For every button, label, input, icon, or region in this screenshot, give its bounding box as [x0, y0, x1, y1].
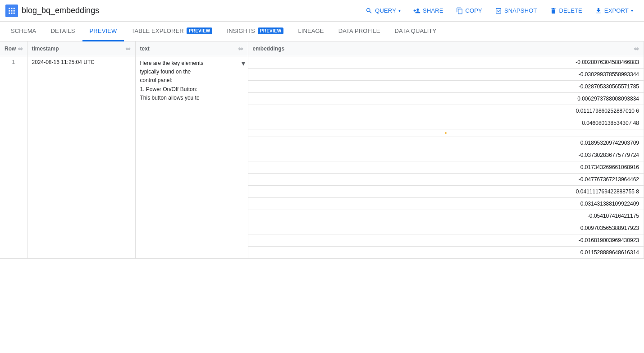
toolbar: QUERY ▾ SHARE COPY [360, 5, 639, 17]
tab-lineage[interactable]: LINEAGE [291, 22, 331, 41]
cell-embedding-4: 0.011179860252887010 6 [248, 105, 644, 117]
cell-embedding-11: 0.041111769422888755 8 [248, 186, 644, 198]
export-button[interactable]: EXPORT ▾ [589, 5, 639, 17]
data-table: Row ⇔ timestamp ⇔ text ⇔ [0, 41, 644, 259]
table-row: 1 2024-08-16 11:25:04 UTC Here are the k… [0, 56, 644, 69]
app-icon [5, 5, 18, 17]
cell-embedding-14: 0.009703565388917923 [248, 222, 644, 234]
tab-details[interactable]: DETAILS [43, 22, 82, 41]
cell-embedding-3: 0.0062973788008093834 [248, 93, 644, 105]
table-header-row: Row ⇔ timestamp ⇔ text ⇔ [0, 41, 644, 56]
svg-rect-8 [14, 12, 15, 14]
person-add-icon [413, 7, 420, 14]
col-header-embeddings: embeddings ⇔ [248, 41, 644, 56]
copy-button[interactable]: COPY [451, 5, 488, 17]
delete-icon [550, 7, 557, 14]
resize-handle-text[interactable]: ⇔ [236, 45, 243, 52]
cell-embedding-9: 0.017343269661068916 [248, 161, 644, 174]
tab-data-profile[interactable]: DATA PROFILE [331, 22, 388, 41]
tab-insights[interactable]: INSIGHTS PREVIEW [219, 22, 291, 41]
svg-rect-2 [14, 8, 15, 9]
cell-embedding-8: -0.037302836775779724 [248, 149, 644, 161]
export-icon [595, 7, 602, 14]
cell-text: Here are the key elements typically foun… [135, 56, 248, 259]
tab-preview[interactable]: PREVIEW [82, 22, 124, 41]
resize-handle-row[interactable]: ⇔ [16, 45, 23, 52]
col-header-row: Row ⇔ [0, 41, 27, 56]
expand-text-button[interactable]: ▾ [242, 59, 245, 68]
cell-embedding-2: -0.028705330565571785 [248, 81, 644, 93]
cell-embedding-12: 0.031431388109922409 [248, 198, 644, 210]
svg-rect-4 [11, 10, 13, 11]
table-body: 1 2024-08-16 11:25:04 UTC Here are the k… [0, 56, 644, 259]
cell-timestamp: 2024-08-16 11:25:04 UTC [27, 56, 135, 259]
query-button[interactable]: QUERY ▾ [360, 5, 406, 17]
header: blog_bq_embeddings QUERY ▾ SHARE [0, 0, 644, 22]
page-title: blog_bq_embeddings [22, 6, 99, 15]
svg-rect-5 [14, 10, 15, 11]
tab-data-quality[interactable]: DATA QUALITY [387, 22, 443, 41]
snapshot-button[interactable]: SNAPSHOT [489, 5, 543, 17]
text-content: Here are the key elements typically foun… [140, 59, 243, 102]
table-container: Row ⇔ timestamp ⇔ text ⇔ [0, 41, 644, 353]
svg-rect-1 [11, 8, 13, 9]
cell-embedding-15: -0.016819003969430923 [248, 234, 644, 247]
tab-schema[interactable]: SCHEMA [4, 22, 43, 41]
insights-badge: PREVIEW [258, 28, 284, 34]
resize-handle-timestamp[interactable]: ⇔ [123, 45, 131, 52]
tab-table-explorer[interactable]: TABLE EXPLORER PREVIEW [124, 22, 219, 41]
cell-embedding-0: -0.0028076304588466883 [248, 56, 644, 69]
copy-icon [456, 7, 463, 14]
cell-embedding-7: 0.018953209742903709 [248, 137, 644, 149]
tab-bar: SCHEMA DETAILS PREVIEW TABLE EXPLORER PR… [0, 22, 644, 41]
svg-rect-7 [11, 12, 13, 14]
query-chevron: ▾ [398, 8, 401, 13]
col-header-text: text ⇔ [135, 41, 248, 56]
cell-embedding-5: 0.046080138534307 48 [248, 117, 644, 129]
cell-embedding-dot [248, 129, 644, 137]
table-explorer-badge: PREVIEW [187, 28, 213, 34]
svg-rect-3 [9, 10, 10, 11]
cell-embedding-13: -0.054107416421175 [248, 210, 644, 222]
resize-handle-embeddings[interactable]: ⇔ [632, 45, 639, 52]
cell-embedding-16: 0.011528889648616314 [248, 247, 644, 259]
svg-rect-6 [9, 12, 10, 14]
svg-rect-0 [9, 8, 10, 9]
delete-button[interactable]: DELETE [544, 5, 588, 17]
cell-embedding-10: -0.047767367213964462 [248, 174, 644, 186]
cell-embedding-1: -0.030299378558993344 [248, 69, 644, 81]
search-icon [365, 7, 373, 14]
col-header-timestamp: timestamp ⇔ [27, 41, 135, 56]
snapshot-icon [495, 7, 502, 14]
cell-row-num: 1 [0, 56, 27, 259]
export-chevron: ▾ [631, 8, 633, 13]
share-button[interactable]: SHARE [408, 5, 448, 17]
